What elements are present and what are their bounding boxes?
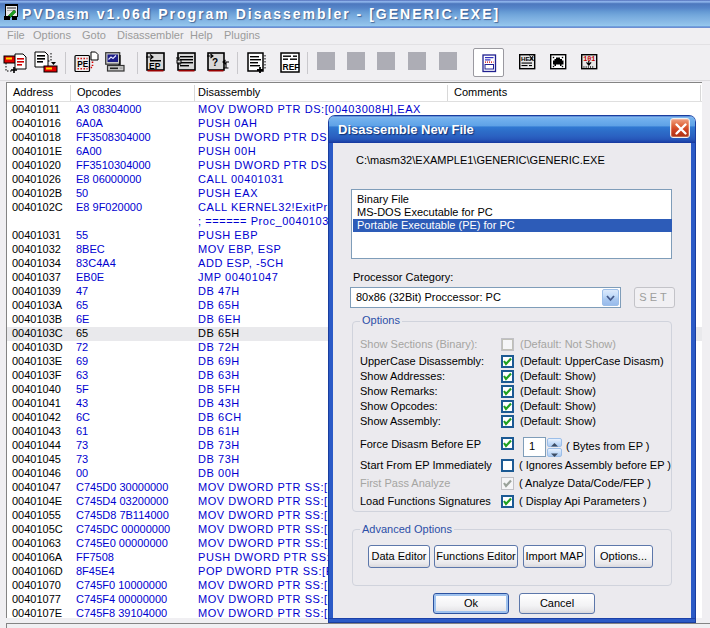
svg-text:EP: EP [149,61,161,71]
svg-text:PE: PE [77,60,88,69]
svg-text:?: ? [212,57,218,68]
svg-text:REF: REF [283,62,300,72]
